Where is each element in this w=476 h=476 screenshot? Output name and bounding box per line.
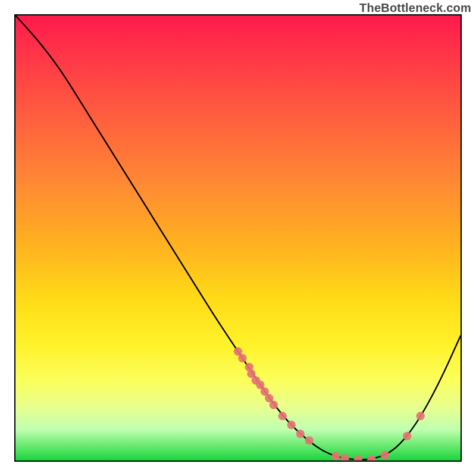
curve-layer: [15, 15, 461, 461]
scatter-point: [238, 354, 246, 362]
scatter-point: [270, 400, 278, 409]
chart-container: TheBottleneck.com: [0, 0, 476, 476]
scatter-point: [416, 412, 425, 420]
watermark-text: TheBottleneck.com: [359, 1, 471, 15]
scatter-point: [403, 432, 411, 440]
scatter-point: [331, 452, 340, 460]
curve-path: [15, 15, 461, 460]
scatter-point: [305, 436, 314, 444]
scatter-group: [234, 347, 425, 461]
scatter-point: [381, 451, 389, 459]
plot-area: [14, 14, 462, 462]
scatter-point: [340, 454, 349, 461]
scatter-point: [296, 430, 305, 438]
curve-path-group: [15, 15, 461, 460]
scatter-point: [354, 455, 362, 461]
scatter-point: [278, 412, 287, 420]
scatter-point: [367, 455, 375, 461]
scatter-point: [287, 421, 296, 429]
